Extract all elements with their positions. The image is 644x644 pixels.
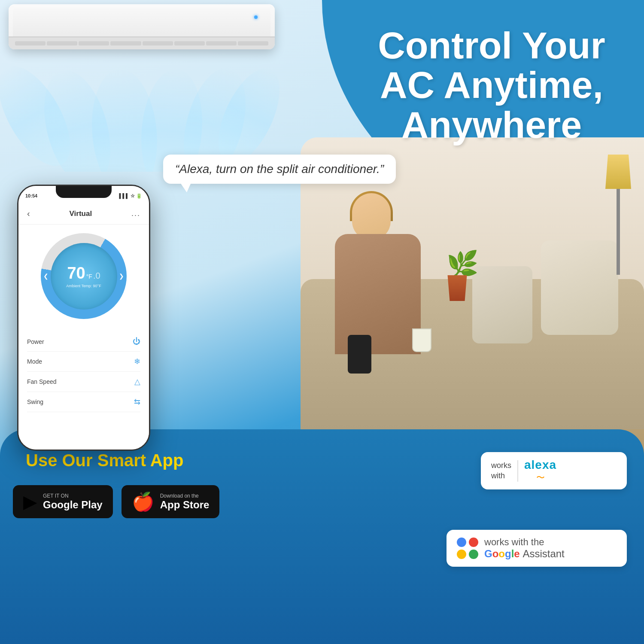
app-store-button[interactable]: 🍎 Download on the App Store — [122, 485, 220, 518]
speech-bubble-text: “Alexa, turn on the split air conditione… — [175, 162, 384, 176]
lamp-stand — [617, 189, 620, 275]
google-works-with: works with the — [484, 537, 544, 547]
power-icon: ⏻ — [133, 337, 140, 346]
phone-controls-list: Power ⏻ Mode ❄ Fan Speed △ Swing ⇆ — [18, 328, 149, 450]
google-assistant-badge: works with the Google Assistant — [447, 530, 627, 567]
google-assistant-icon — [457, 538, 478, 559]
phone-back-button[interactable]: ‹ — [27, 209, 30, 219]
google-play-text: GET IT ON Google Play — [43, 493, 103, 511]
app-store-main-text: App Store — [160, 499, 210, 511]
phone-notch — [56, 186, 112, 198]
ac-led — [254, 15, 258, 19]
swing-control[interactable]: Swing ⇆ — [27, 392, 140, 412]
phone-mockup: 10:54 ▌▌▌ ☆ 🔋 ‹ Virtual ... ❮ 70 °F .0 — [17, 185, 150, 451]
alexa-logo: alexa — [524, 458, 556, 472]
mode-icon: ❄ — [134, 357, 140, 366]
phone-screen: 10:54 ▌▌▌ ☆ 🔋 ‹ Virtual ... ❮ 70 °F .0 — [18, 186, 149, 450]
temp-reading: 70 °F .0 — [67, 264, 100, 283]
store-buttons: ▶ GET IT ON Google Play 🍎 Download on th… — [13, 485, 219, 518]
google-brand-name: Google Assistant — [484, 548, 565, 559]
google-play-button[interactable]: ▶ GET IT ON Google Play — [13, 485, 113, 518]
g-letter-g2: g — [505, 548, 511, 559]
ac-device-body — [9, 4, 275, 49]
google-assistant-text-block: works with the Google Assistant — [484, 537, 565, 560]
google-dot-red — [469, 538, 478, 547]
app-store-text: Download on the App Store — [160, 493, 210, 511]
temp-dial-inner: ❮ 70 °F .0 Ambient Temp: 90°F ❯ — [51, 243, 117, 310]
g-letter-o1: o — [492, 548, 499, 559]
main-heading: Control Your AC Anytime, Anywhere — [352, 26, 631, 145]
phone-more-button[interactable]: ... — [131, 209, 140, 218]
fan-speed-icon: △ — [134, 377, 140, 386]
speech-bubble: “Alexa, turn on the split air conditione… — [163, 155, 396, 184]
air-streams — [0, 47, 283, 172]
g-assistant-word: Assistant — [522, 548, 564, 559]
heading-title: Control Your AC Anytime, Anywhere — [352, 26, 631, 145]
swing-icon: ⇆ — [134, 397, 140, 407]
google-play-main-text: Google Play — [43, 499, 103, 511]
temp-dial-outer: ❮ 70 °F .0 Ambient Temp: 90°F ❯ — [41, 233, 127, 319]
phone-nav-title: Virtual — [70, 210, 92, 218]
fan-speed-label: Fan Speed — [27, 378, 57, 385]
mode-label: Mode — [27, 358, 42, 365]
g-letter-o2: o — [498, 548, 505, 559]
alexa-badge: workswith alexa 〜 — [481, 452, 627, 489]
g-letter-g: G — [484, 548, 492, 559]
alexa-works-text: workswith — [491, 461, 511, 481]
plant-pot — [447, 275, 468, 301]
floor-lamp — [605, 155, 631, 275]
phone-time: 10:54 — [25, 193, 37, 198]
mode-control[interactable]: Mode ❄ — [27, 352, 140, 372]
google-dot-green — [469, 550, 478, 559]
app-store-top-text: Download on the — [160, 493, 210, 499]
alexa-works-with: workswith — [491, 461, 511, 481]
phone-frame: 10:54 ▌▌▌ ☆ 🔋 ‹ Virtual ... ❮ 70 °F .0 — [17, 185, 150, 451]
fan-speed-control[interactable]: Fan Speed △ — [27, 372, 140, 392]
person-phone — [348, 335, 371, 374]
apple-icon: 🍎 — [132, 491, 154, 512]
temp-increase-arrow[interactable]: ❯ — [119, 273, 124, 279]
person-body — [335, 234, 421, 354]
google-play-top-text: GET IT ON — [43, 493, 103, 499]
smart-app-section: Use Our Smart App — [26, 451, 183, 470]
power-label: Power — [27, 338, 44, 345]
person-head — [352, 193, 391, 240]
ambient-temp: Ambient Temp: 90°F — [66, 284, 101, 288]
temp-decimal: .0 — [93, 271, 100, 281]
alexa-right-section: alexa 〜 — [524, 458, 556, 483]
plant-decoration: 🌿 — [447, 249, 479, 301]
temp-number: 70 — [67, 264, 85, 283]
google-dot-blue — [457, 538, 466, 547]
phone-nav-bar: ‹ Virtual ... — [18, 203, 149, 225]
coffee-cup — [412, 328, 431, 352]
alexa-divider — [517, 460, 518, 482]
temp-decrease-arrow[interactable]: ❮ — [43, 273, 49, 279]
ac-unit — [9, 4, 275, 49]
smart-app-label: Use Our Smart App — [26, 451, 183, 470]
temp-unit: °F — [86, 273, 92, 280]
google-dot-yellow — [457, 550, 466, 559]
lamp-shade — [605, 155, 631, 189]
ac-grille — [9, 36, 275, 49]
alexa-smile-icon: 〜 — [524, 472, 556, 483]
swing-label: Swing — [27, 398, 43, 405]
google-play-icon: ▶ — [23, 491, 37, 512]
phone-temp-section: ❮ 70 °F .0 Ambient Temp: 90°F ❯ — [18, 225, 149, 328]
g-letter-e: e — [514, 548, 519, 559]
plant-leaves: 🌿 — [447, 249, 479, 279]
phone-signal: ▌▌▌ ☆ 🔋 — [119, 193, 143, 199]
power-control[interactable]: Power ⏻ — [27, 332, 140, 352]
